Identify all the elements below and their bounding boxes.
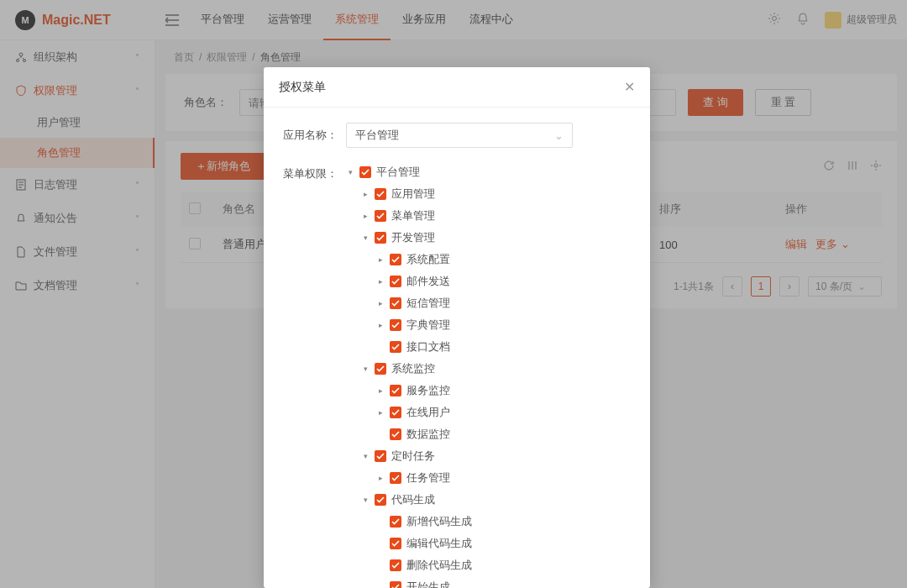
caret-down-icon[interactable]: ▾ <box>361 365 370 373</box>
checkbox-checked-icon[interactable] <box>359 166 371 178</box>
tree-node[interactable]: ▾定时任务 <box>346 445 633 467</box>
checkbox-checked-icon[interactable] <box>375 450 386 462</box>
tree-label: 平台管理 <box>376 165 420 180</box>
tree-label: 定时任务 <box>391 449 435 464</box>
caret-right-icon[interactable]: ▸ <box>361 212 370 220</box>
tree-node[interactable]: ▸在线用户 <box>346 402 633 423</box>
tree-node[interactable]: ·开始生成 <box>346 576 633 588</box>
perm-row: 菜单权限： ▾平台管理▸应用管理▸菜单管理▾开发管理▸系统配置▸邮件发送▸短信管… <box>280 161 633 588</box>
perm-label: 菜单权限： <box>280 161 346 181</box>
caret-right-icon[interactable]: ▸ <box>376 408 385 417</box>
tree-label: 系统监控 <box>391 361 435 376</box>
caret-right-icon[interactable]: ▸ <box>361 190 370 198</box>
auth-menu-modal: 授权菜单 ✕ 应用名称： 平台管理 菜单权限： ▾平台管理▸应用管理▸菜单管理▾… <box>264 67 650 588</box>
modal-title: 授权菜单 <box>279 80 326 95</box>
tree-node[interactable]: ·接口文档 <box>346 336 633 358</box>
tree-node[interactable]: ·删除代码生成 <box>346 554 633 576</box>
checkbox-checked-icon[interactable] <box>375 232 386 244</box>
checkbox-checked-icon[interactable] <box>375 363 386 375</box>
tree-label: 在线用户 <box>406 405 450 420</box>
tree-label: 代码生成 <box>391 492 435 507</box>
tree-label: 开发管理 <box>391 230 435 245</box>
caret-right-icon[interactable]: ▸ <box>376 321 385 329</box>
caret-down-icon[interactable]: ▾ <box>361 496 370 504</box>
tree-label: 邮件发送 <box>406 274 450 289</box>
checkbox-checked-icon[interactable] <box>390 581 401 588</box>
tree-node[interactable]: ▸菜单管理 <box>346 205 633 227</box>
caret-right-icon[interactable]: ▸ <box>376 474 385 482</box>
checkbox-checked-icon[interactable] <box>375 188 386 200</box>
tree-label: 菜单管理 <box>391 208 435 223</box>
modal-body: 应用名称： 平台管理 菜单权限： ▾平台管理▸应用管理▸菜单管理▾开发管理▸系统… <box>264 108 650 588</box>
tree-node[interactable]: ▸字典管理 <box>346 314 633 336</box>
caret-down-icon[interactable]: ▾ <box>361 234 370 242</box>
tree-label: 编辑代码生成 <box>406 536 472 551</box>
caret-down-icon[interactable]: ▾ <box>361 452 370 460</box>
checkbox-checked-icon[interactable] <box>375 210 386 222</box>
tree-label: 接口文档 <box>406 339 450 354</box>
app-row: 应用名称： 平台管理 <box>280 123 633 148</box>
tree-label: 系统配置 <box>406 252 450 267</box>
modal-header: 授权菜单 ✕ <box>264 67 650 108</box>
checkbox-checked-icon[interactable] <box>390 516 401 528</box>
checkbox-checked-icon[interactable] <box>390 341 401 353</box>
tree-node[interactable]: ▾开发管理 <box>346 227 633 249</box>
tree-label: 服务监控 <box>406 383 450 398</box>
checkbox-checked-icon[interactable] <box>390 297 401 309</box>
caret-down-icon[interactable]: ▾ <box>346 168 354 176</box>
caret-right-icon[interactable]: ▸ <box>376 255 385 264</box>
tree-node[interactable]: ▸短信管理 <box>346 292 633 314</box>
tree-node[interactable]: ▾代码生成 <box>346 489 633 511</box>
close-icon[interactable]: ✕ <box>624 79 635 95</box>
tree-label: 字典管理 <box>406 318 450 333</box>
tree-node[interactable]: ▸系统配置 <box>346 249 633 270</box>
caret-right-icon[interactable]: ▸ <box>376 386 385 395</box>
checkbox-checked-icon[interactable] <box>390 472 401 484</box>
tree-label: 新增代码生成 <box>406 514 472 529</box>
tree-label: 任务管理 <box>406 470 450 486</box>
caret-right-icon[interactable]: ▸ <box>376 299 385 307</box>
tree-node[interactable]: ·数据监控 <box>346 423 633 445</box>
checkbox-checked-icon[interactable] <box>375 494 386 506</box>
tree-node[interactable]: ▾平台管理 <box>346 161 633 183</box>
tree-node[interactable]: ·新增代码生成 <box>346 511 633 533</box>
checkbox-checked-icon[interactable] <box>390 385 401 396</box>
tree-label: 删除代码生成 <box>406 558 472 573</box>
caret-right-icon[interactable]: ▸ <box>376 277 385 286</box>
tree-node[interactable]: ▸任务管理 <box>346 467 633 489</box>
tree-label: 短信管理 <box>406 296 450 311</box>
checkbox-checked-icon[interactable] <box>390 254 401 265</box>
permission-tree: ▾平台管理▸应用管理▸菜单管理▾开发管理▸系统配置▸邮件发送▸短信管理▸字典管理… <box>346 161 633 588</box>
checkbox-checked-icon[interactable] <box>390 276 401 287</box>
tree-label: 开始生成 <box>406 580 450 588</box>
tree-node[interactable]: ▸应用管理 <box>346 183 633 205</box>
checkbox-checked-icon[interactable] <box>390 319 401 331</box>
tree-label: 应用管理 <box>391 186 435 202</box>
checkbox-checked-icon[interactable] <box>390 559 401 571</box>
tree-node[interactable]: ▸邮件发送 <box>346 270 633 292</box>
checkbox-checked-icon[interactable] <box>390 428 401 440</box>
tree-node[interactable]: ▸服务监控 <box>346 380 633 402</box>
checkbox-checked-icon[interactable] <box>390 538 401 549</box>
checkbox-checked-icon[interactable] <box>390 407 401 418</box>
app-label: 应用名称： <box>280 123 346 143</box>
app-select[interactable]: 平台管理 <box>346 123 573 148</box>
tree-node[interactable]: ▾系统监控 <box>346 358 633 380</box>
tree-node[interactable]: ·编辑代码生成 <box>346 533 633 554</box>
tree-label: 数据监控 <box>406 427 450 442</box>
